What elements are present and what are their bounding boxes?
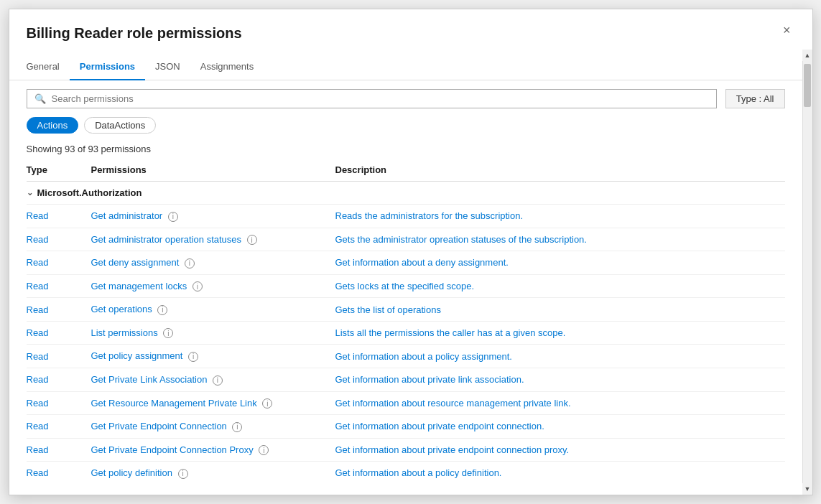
tab-general[interactable]: General xyxy=(27,55,70,80)
info-icon[interactable]: i xyxy=(163,328,173,338)
type-value: Read xyxy=(27,421,49,431)
search-box: 🔍 xyxy=(27,89,717,108)
cell-description: Get information about a policy definitio… xyxy=(335,462,785,485)
info-icon[interactable]: i xyxy=(168,212,178,222)
cell-permission: Get management locks i xyxy=(91,274,335,298)
permission-link[interactable]: Get administrator xyxy=(91,210,163,221)
type-value: Read xyxy=(27,210,49,221)
type-value: Read xyxy=(27,467,49,478)
info-icon[interactable]: i xyxy=(157,305,167,315)
type-value: Read xyxy=(27,234,49,245)
description-text: Gets locks at the specified scope. xyxy=(335,281,475,291)
info-icon[interactable]: i xyxy=(178,469,188,479)
permission-link[interactable]: Get Private Endpoint Connection Proxy xyxy=(91,444,254,455)
type-value: Read xyxy=(27,398,49,409)
cell-description: Get information about private endpoint c… xyxy=(335,438,785,462)
cell-type: Read xyxy=(27,321,91,345)
table-row: Read List permissions i Lists all the pe… xyxy=(27,321,785,345)
description-text: Reads the administrators for the subscri… xyxy=(335,210,524,221)
type-value: Read xyxy=(27,374,49,385)
table-row: Read Get Private Endpoint Connection i G… xyxy=(27,415,785,439)
table-row: Read Get Private Endpoint Connection Pro… xyxy=(27,438,785,462)
modal-title: Billing Reader role permissions xyxy=(27,24,242,42)
col-type: Type xyxy=(27,160,91,182)
cell-description: Get information about resource managemen… xyxy=(335,391,785,415)
cell-permission: Get deny assignment i xyxy=(91,251,335,275)
cell-type: Read xyxy=(27,251,91,275)
search-icon: 🔍 xyxy=(34,93,46,104)
table-row: Read Get Resource Management Private Lin… xyxy=(27,391,785,415)
type-value: Read xyxy=(27,327,49,338)
permission-link[interactable]: Get policy assignment xyxy=(91,350,183,361)
type-value: Read xyxy=(27,257,49,268)
group-name: Microsoft.Authorization xyxy=(37,187,142,198)
count-text: Showing 93 of 93 permissions xyxy=(9,141,802,160)
cell-type: Read xyxy=(27,415,91,439)
scrollbar-arrow-up[interactable]: ▲ xyxy=(802,50,812,61)
search-input[interactable] xyxy=(52,93,709,104)
cell-permission: Get administrator i xyxy=(91,205,335,228)
description-text: Get information about a deny assignment. xyxy=(335,257,509,268)
cell-type: Read xyxy=(27,228,91,251)
cell-description: Get information about private link assoc… xyxy=(335,368,785,391)
description-text: Get information about a policy definitio… xyxy=(335,467,502,478)
cell-type: Read xyxy=(27,345,91,368)
tab-json[interactable]: JSON xyxy=(145,55,190,80)
cell-permission: Get Private Endpoint Connection i xyxy=(91,415,335,439)
description-text: Get information about resource managemen… xyxy=(335,398,571,409)
cell-description: Get information about a deny assignment. xyxy=(335,251,785,275)
scrollbar-thumb[interactable] xyxy=(804,64,811,107)
permission-link[interactable]: Get Private Endpoint Connection xyxy=(91,421,227,431)
info-icon[interactable]: i xyxy=(185,258,195,269)
col-description: Description xyxy=(335,160,785,182)
info-icon[interactable]: i xyxy=(193,281,203,291)
cell-description: Reads the administrators for the subscri… xyxy=(335,205,785,228)
permission-link[interactable]: Get Resource Management Private Link xyxy=(91,398,257,409)
dataactions-filter-button[interactable]: DataActions xyxy=(84,117,156,134)
description-text: Get information about private link assoc… xyxy=(335,374,524,385)
cell-permission: Get Private Endpoint Connection Proxy i xyxy=(91,438,335,462)
modal-content: General Permissions JSON Assignments 🔍 T… xyxy=(9,50,802,495)
tab-assignments[interactable]: Assignments xyxy=(190,55,264,80)
description-text: Get information about a policy assignmen… xyxy=(335,351,512,362)
cell-permission: Get Private Link Association i xyxy=(91,368,335,391)
modal-dialog: Billing Reader role permissions × Genera… xyxy=(9,9,813,495)
scrollbar-track: ▲ ▼ xyxy=(802,50,812,495)
type-value: Read xyxy=(27,444,49,455)
cell-description: Gets the list of operations xyxy=(335,298,785,322)
description-text: Gets the list of operations xyxy=(335,304,441,315)
info-icon[interactable]: i xyxy=(232,422,242,432)
info-icon[interactable]: i xyxy=(259,445,269,455)
cell-permission: List permissions i xyxy=(91,321,335,345)
permission-link[interactable]: Get deny assignment xyxy=(91,257,180,268)
tab-permissions[interactable]: Permissions xyxy=(70,55,145,80)
table-row: Read Get policy assignment i Get informa… xyxy=(27,345,785,368)
type-value: Read xyxy=(27,351,49,362)
table-row: Read Get administrator operation statuse… xyxy=(27,228,785,251)
permission-link[interactable]: Get administrator operation statuses xyxy=(91,234,242,245)
description-text: Get information about private endpoint c… xyxy=(335,421,544,431)
cell-type: Read xyxy=(27,274,91,298)
permission-link[interactable]: Get Private Link Association xyxy=(91,374,208,385)
permission-link[interactable]: Get management locks xyxy=(91,281,187,291)
filter-row: Actions DataActions xyxy=(9,117,802,141)
table-row: Read Get management locks i Gets locks a… xyxy=(27,274,785,298)
chevron-icon[interactable]: ⌄ xyxy=(27,188,33,197)
cell-description: Gets locks at the specified scope. xyxy=(335,274,785,298)
scrollbar-arrow-down[interactable]: ▼ xyxy=(802,483,812,495)
table-row: Read Get Private Link Association i Get … xyxy=(27,368,785,391)
info-icon[interactable]: i xyxy=(213,375,223,386)
info-icon[interactable]: i xyxy=(262,398,272,409)
permission-link[interactable]: Get policy definition xyxy=(91,467,172,478)
type-value: Read xyxy=(27,281,49,291)
info-icon[interactable]: i xyxy=(247,235,257,245)
type-filter-button[interactable]: Type : All xyxy=(725,89,785,108)
actions-filter-button[interactable]: Actions xyxy=(27,117,79,134)
permissions-table: Type Permissions Description ⌄ Microsoft… xyxy=(27,160,785,485)
info-icon[interactable]: i xyxy=(188,352,198,362)
permission-link[interactable]: List permissions xyxy=(91,327,158,338)
description-text: Lists all the permissions the caller has… xyxy=(335,327,566,338)
close-button[interactable]: × xyxy=(779,22,795,38)
permissions-table-container: Type Permissions Description ⌄ Microsoft… xyxy=(9,160,802,495)
permission-link[interactable]: Get operations xyxy=(91,304,152,314)
